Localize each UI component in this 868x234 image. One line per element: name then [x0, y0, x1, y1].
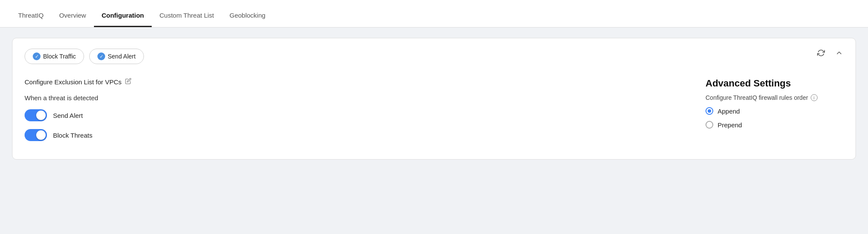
- tab-threatiq[interactable]: ThreatIQ: [10, 5, 51, 27]
- card-top-right: [815, 47, 845, 59]
- send-alert-label: Send Alert: [108, 53, 136, 60]
- append-radio[interactable]: [706, 107, 713, 115]
- send-alert-toggle-row: Send Alert: [25, 109, 688, 121]
- tab-configuration[interactable]: Configuration: [94, 5, 152, 27]
- configure-exclusion-title: Configure Exclusion List for VPCs: [25, 78, 688, 86]
- refresh-icon[interactable]: [815, 47, 827, 59]
- firewall-label-text: Configure ThreatIQ firewall rules order: [706, 94, 808, 101]
- block-threats-track[interactable]: [25, 129, 47, 141]
- advanced-settings-title: Advanced Settings: [706, 78, 843, 89]
- send-alert-toggle-label: Send Alert: [53, 112, 83, 119]
- block-threats-toggle-label: Block Threats: [53, 132, 92, 139]
- top-nav: ThreatIQ Overview Configuration Custom T…: [0, 0, 868, 28]
- block-threats-knob: [36, 130, 46, 140]
- send-alert-check-icon: ✓: [97, 52, 105, 60]
- tab-overview[interactable]: Overview: [51, 5, 94, 27]
- block-threats-toggle-row: Block Threats: [25, 129, 688, 141]
- prepend-radio[interactable]: [706, 121, 713, 129]
- collapse-icon[interactable]: [833, 47, 845, 59]
- left-section: Configure Exclusion List for VPCs When a…: [25, 78, 688, 149]
- send-alert-knob: [36, 111, 46, 120]
- card-body: Configure Exclusion List for VPCs When a…: [25, 78, 843, 149]
- firewall-label: Configure ThreatIQ firewall rules order …: [706, 94, 843, 101]
- tab-custom-threat-list[interactable]: Custom Threat List: [152, 5, 222, 27]
- send-alert-track[interactable]: [25, 109, 47, 121]
- send-alert-pill[interactable]: ✓ Send Alert: [89, 49, 144, 64]
- block-threats-toggle[interactable]: [25, 129, 47, 141]
- block-traffic-check-icon: ✓: [33, 52, 41, 60]
- prepend-label: Prepend: [718, 121, 742, 129]
- block-traffic-label: Block Traffic: [43, 53, 76, 60]
- when-threat-label: When a threat is detected: [25, 94, 688, 102]
- prepend-radio-row[interactable]: Prepend: [706, 121, 843, 129]
- block-traffic-pill[interactable]: ✓ Block Traffic: [25, 49, 84, 64]
- edit-icon[interactable]: [125, 78, 131, 86]
- config-card: ✓ Block Traffic ✓ Send Alert Configure E…: [12, 38, 856, 160]
- advanced-settings-section: Advanced Settings Configure ThreatIQ fir…: [688, 78, 843, 149]
- info-icon[interactable]: i: [811, 94, 818, 101]
- append-radio-row[interactable]: Append: [706, 107, 843, 115]
- pill-buttons-row: ✓ Block Traffic ✓ Send Alert: [25, 49, 843, 64]
- append-label: Append: [718, 108, 740, 115]
- send-alert-toggle[interactable]: [25, 109, 47, 121]
- configure-exclusion-label: Configure Exclusion List for VPCs: [25, 78, 122, 86]
- tab-geoblocking[interactable]: Geoblocking: [222, 5, 273, 27]
- main-content: ✓ Block Traffic ✓ Send Alert Configure E…: [0, 28, 868, 170]
